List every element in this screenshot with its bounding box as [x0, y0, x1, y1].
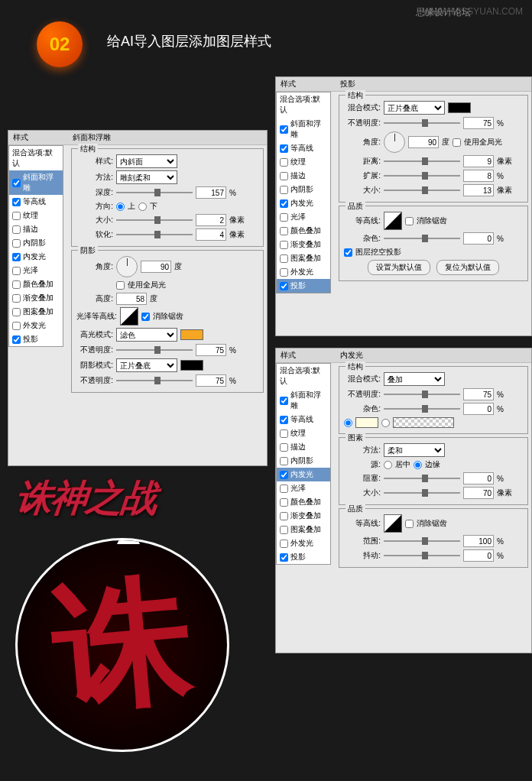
ig-range-slider[interactable]	[384, 540, 460, 542]
ig-size-slider[interactable]	[384, 492, 460, 494]
style-outerglow3[interactable]: 外发光	[277, 536, 330, 550]
sh-opacity-slider[interactable]	[116, 380, 193, 381]
style-innerglow3[interactable]: 内发光	[277, 468, 330, 481]
style-texture3[interactable]: 纹理	[277, 426, 330, 440]
ds-opacity-input[interactable]	[463, 117, 494, 129]
sh-opacity-input[interactable]	[196, 374, 226, 387]
style-contour3[interactable]: 等高线	[277, 413, 330, 426]
ig-grad-radio[interactable]	[381, 419, 390, 427]
innerglow-check[interactable]	[12, 253, 21, 261]
ds-angle-dial[interactable]	[384, 131, 405, 153]
ds-contour[interactable]	[384, 212, 402, 230]
style-pattov3[interactable]: 图案叠加	[277, 523, 330, 536]
ds-angle-input[interactable]	[408, 136, 439, 148]
style-stroke2[interactable]: 描边	[277, 169, 330, 183]
ds-spread-input[interactable]	[463, 170, 494, 182]
style-satin3[interactable]: 光泽	[277, 481, 330, 495]
style-bevel2[interactable]: 斜面和浮雕	[277, 117, 330, 141]
style-colorov2[interactable]: 颜色叠加	[277, 224, 330, 238]
style-coloroverlay[interactable]: 颜色叠加	[9, 277, 63, 291]
style-satin[interactable]: 光泽	[9, 264, 63, 277]
style-texture2[interactable]: 纹理	[277, 155, 330, 169]
gradov-check[interactable]	[12, 294, 21, 303]
stroke-check[interactable]	[12, 225, 21, 234]
ig-noise-input[interactable]	[463, 403, 494, 415]
shadow-select[interactable]: 正片叠底	[116, 358, 177, 372]
ds-noise-slider[interactable]	[384, 238, 460, 239]
blend-default2[interactable]: 混合选项:默认	[277, 92, 330, 117]
dir-up[interactable]	[116, 203, 125, 211]
style-texture[interactable]: 纹理	[9, 209, 63, 222]
style-pattoverlay[interactable]: 图案叠加	[9, 305, 63, 319]
style-innershadow2[interactable]: 内阴影	[277, 183, 330, 196]
reset-default-btn[interactable]: 复位为默认值	[436, 260, 499, 275]
style-dropshadow3[interactable]: 投影	[277, 550, 330, 564]
ig-jitter-input[interactable]	[463, 549, 494, 562]
style-contour[interactable]: 等高线	[9, 195, 63, 209]
ds-dist-slider[interactable]	[384, 160, 460, 162]
colorov-check[interactable]	[12, 280, 21, 289]
style-innershadow3[interactable]: 内阴影	[277, 454, 330, 468]
style-satin2[interactable]: 光泽	[277, 210, 330, 224]
blend-default[interactable]: 混合选项:默认	[9, 146, 63, 170]
style-pattov2[interactable]: 图案叠加	[277, 251, 330, 265]
ds-aa-check[interactable]	[405, 217, 414, 225]
ig-color-radio[interactable]	[344, 419, 352, 427]
ds-spread-slider[interactable]	[384, 175, 460, 177]
hl-opacity-slider[interactable]	[116, 349, 193, 351]
bevel-check[interactable]	[12, 179, 21, 187]
gloss-contour[interactable]	[120, 307, 138, 326]
dir-down[interactable]	[138, 203, 147, 211]
style-bevel[interactable]: 斜面和浮雕	[9, 170, 63, 195]
style-dropshadow[interactable]: 投影	[9, 332, 63, 346]
ds-dist-input[interactable]	[463, 155, 494, 167]
style-outerglow[interactable]: 外发光	[9, 319, 63, 332]
ig-gradient[interactable]	[393, 417, 454, 428]
hl-opacity-input[interactable]	[196, 344, 226, 356]
ds-blend-select[interactable]: 正片叠底	[384, 101, 445, 115]
src-edge[interactable]	[414, 461, 422, 469]
angle-dial[interactable]	[116, 256, 138, 277]
altitude-input[interactable]	[116, 293, 147, 305]
ds-global-check[interactable]	[453, 138, 461, 147]
ig-color[interactable]	[355, 417, 378, 428]
ig-opacity-input[interactable]	[463, 388, 494, 400]
style-innershadow[interactable]: 内阴影	[9, 236, 63, 250]
ig-opacity-slider[interactable]	[384, 394, 460, 395]
highlight-select[interactable]: 滤色	[116, 328, 177, 342]
innershadow-check[interactable]	[12, 239, 21, 248]
satin-check[interactable]	[12, 267, 21, 275]
ds-color[interactable]	[448, 102, 471, 113]
style-gradov3[interactable]: 渐变叠加	[277, 509, 330, 523]
src-center[interactable]	[384, 461, 392, 469]
ig-size-input[interactable]	[463, 487, 494, 499]
style-colorov3[interactable]: 颜色叠加	[277, 495, 330, 509]
depth-input[interactable]	[196, 186, 226, 199]
technique-select[interactable]: 雕刻柔和	[116, 170, 177, 184]
style-gradov2[interactable]: 渐变叠加	[277, 238, 330, 251]
style-innerglow[interactable]: 内发光	[9, 250, 63, 264]
soften-slider[interactable]	[116, 234, 193, 235]
style-stroke[interactable]: 描边	[9, 222, 63, 236]
size-slider[interactable]	[116, 219, 193, 221]
size-input[interactable]	[196, 214, 226, 226]
style-stroke3[interactable]: 描边	[277, 440, 330, 454]
ig-choke-slider[interactable]	[384, 478, 460, 479]
ds-size-slider[interactable]	[384, 190, 460, 191]
angle-input[interactable]	[141, 261, 171, 273]
ig-blend-select[interactable]: 叠加	[384, 372, 445, 386]
style-contour2[interactable]: 等高线	[277, 141, 330, 155]
ig-choke-input[interactable]	[463, 472, 494, 484]
depth-slider[interactable]	[116, 192, 193, 193]
knockout-check[interactable]	[344, 248, 352, 257]
style-dropshadow2[interactable]: 投影	[277, 279, 330, 293]
style-select[interactable]: 内斜面	[116, 154, 177, 168]
ig-noise-slider[interactable]	[384, 408, 460, 410]
ig-tech-select[interactable]: 柔和	[384, 443, 445, 457]
make-default-btn[interactable]: 设置为默认值	[368, 260, 430, 275]
pattov-check[interactable]	[12, 308, 21, 316]
ds-opacity-slider[interactable]	[384, 122, 460, 124]
highlight-color[interactable]	[180, 329, 203, 340]
contour-check[interactable]	[12, 198, 21, 206]
ig-contour[interactable]	[384, 514, 402, 533]
